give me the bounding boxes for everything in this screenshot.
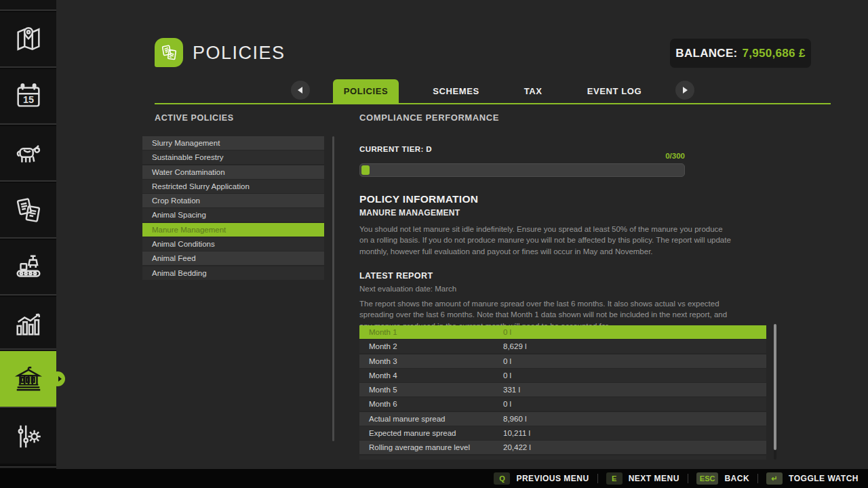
balance-value: 7,950,686 £	[743, 47, 806, 60]
tab-event-log[interactable]: EVENT LOG	[576, 79, 653, 103]
tab-previous-arrow-button[interactable]	[291, 81, 310, 100]
report-table-row[interactable]: Month 40 l	[359, 369, 766, 382]
report-table-row[interactable]: Expected manure spread10,211 l	[359, 426, 766, 440]
report-row-value: 10,211 l	[503, 429, 530, 437]
compliance-progress-fill	[361, 165, 370, 175]
report-table-scrollbar[interactable]	[774, 324, 776, 460]
compliance-progress-bar	[359, 163, 685, 177]
help-toggle-watch[interactable]: ↵TOGGLE WATCH	[766, 472, 859, 485]
bank-icon	[13, 363, 44, 394]
compliance-score: 0/300	[359, 152, 685, 160]
active-policies-header: ACTIVE POLICIES	[155, 113, 234, 123]
sidebar-divider	[0, 466, 56, 468]
policy-list-item[interactable]: Crop Rotation	[142, 194, 324, 207]
key-badge-e: E	[606, 472, 623, 485]
sidebar-item-statistics[interactable]	[0, 297, 56, 351]
sidebar-item-map[interactable]	[0, 12, 56, 66]
key-badge-esc: ESC	[696, 472, 719, 485]
report-table: Month 10 lMonth 28,629 lMonth 30 lMonth …	[359, 325, 766, 460]
latest-report-header: LATEST REPORT	[359, 271, 433, 281]
report-row-label: Month 1	[359, 328, 503, 336]
report-row-value: 0 l	[503, 371, 511, 380]
compliance-performance-header: COMPLIANCE PERFORMANCE	[359, 113, 499, 123]
balance-label: BALANCE:	[675, 47, 737, 60]
policies-header-icon	[155, 38, 183, 67]
help-bar-divider	[757, 474, 758, 483]
help-label: BACK	[724, 474, 749, 483]
policy-list-item[interactable]: Animal Feed	[142, 251, 324, 265]
tab-bar: POLICIESSCHEMESTAXEVENT LOG	[155, 77, 831, 103]
policy-list-item-selected[interactable]: Manure Management	[142, 223, 324, 237]
tab-underline	[155, 103, 831, 104]
settings-icon	[13, 421, 44, 452]
report-row-value: 0 l	[503, 400, 511, 408]
help-back[interactable]: ESCBACK	[696, 472, 749, 485]
help-label: TOGGLE WATCH	[789, 474, 859, 483]
tab-policies[interactable]: POLICIES	[333, 79, 399, 103]
help-label: NEXT MENU	[629, 474, 679, 483]
calendar-icon: 15	[13, 81, 44, 112]
arrow-right-icon	[683, 87, 688, 94]
animals-icon	[13, 138, 44, 169]
sidebar-item-calendar[interactable]: 15	[0, 69, 56, 123]
report-table-row-clipped[interactable]	[359, 455, 766, 460]
policy-name-subheader: MANURE MANAGEMENT	[359, 208, 460, 218]
tab-next-arrow-button[interactable]	[675, 81, 694, 100]
sidebar-item-partial	[0, 0, 56, 9]
tab-tax[interactable]: TAX	[513, 79, 553, 103]
policy-list-item[interactable]: Slurry Management	[142, 136, 324, 150]
tab-schemes[interactable]: SCHEMES	[422, 79, 490, 103]
report-table-row-selected[interactable]: Month 10 l	[359, 325, 766, 339]
report-row-value: 20,422 l	[503, 443, 531, 451]
policy-list-scrollbar[interactable]	[332, 136, 334, 441]
policy-list-item[interactable]: Animal Conditions	[142, 237, 324, 251]
sidebar-divider	[0, 348, 56, 350]
policy-list-item[interactable]: Animal Spacing	[142, 208, 324, 222]
statistics-icon	[13, 308, 44, 340]
sidebar-divider	[0, 123, 56, 125]
next-evaluation-date: Next evaluation date: March	[359, 285, 456, 293]
report-row-label: Month 6	[359, 400, 503, 408]
page-title: POLICIES	[193, 43, 285, 64]
key-badge-q: Q	[494, 472, 510, 485]
report-table-row[interactable]: Month 60 l	[359, 397, 766, 411]
policy-list-item[interactable]: Water Contamination	[142, 165, 324, 179]
policy-list-item[interactable]: Animal Bedding	[142, 266, 324, 280]
policy-description: You should not let manure sit idle indef…	[359, 224, 731, 257]
help-previous-menu[interactable]: QPREVIOUS MENU	[494, 472, 589, 485]
report-table-row[interactable]: Rolling average manure level20,422 l	[359, 441, 766, 454]
sidebar-menu: 15	[0, 0, 56, 488]
report-row-value: 0 l	[503, 357, 511, 365]
sidebar-item-bank[interactable]	[0, 351, 56, 407]
input-help-bar: QPREVIOUS MENUENEXT MENUESCBACK↵TOGGLE W…	[0, 469, 868, 488]
report-row-value: 8,629 l	[503, 342, 527, 350]
sidebar-divider	[0, 237, 56, 239]
report-table-row[interactable]: Actual manure spread8,960 l	[359, 412, 766, 426]
map-icon	[13, 24, 44, 55]
sidebar-divider	[0, 180, 56, 182]
report-table-row[interactable]: Month 5331 l	[359, 383, 766, 396]
help-bar-divider	[688, 474, 688, 483]
policies-screen: 15 POLICIES BALANCE: 7,950,686 £ POLICIE…	[0, 0, 868, 488]
report-row-label: Month 3	[359, 357, 503, 365]
sidebar-item-animals[interactable]	[0, 126, 56, 180]
active-policies-list: Slurry ManagementSustainable ForestryWat…	[142, 136, 324, 281]
policy-list-item[interactable]: Sustainable Forestry	[142, 150, 324, 164]
help-next-menu[interactable]: ENEXT MENU	[606, 472, 679, 485]
key-badge-enter: ↵	[766, 472, 783, 485]
report-row-value: 0 l	[503, 328, 511, 336]
sidebar-item-production[interactable]	[0, 240, 56, 294]
active-item-pointer	[50, 371, 65, 386]
sidebar-item-settings[interactable]	[0, 409, 56, 464]
svg-text:15: 15	[23, 94, 34, 105]
finances-icon	[13, 195, 44, 226]
documents-icon	[160, 43, 178, 62]
policy-list-item[interactable]: Restricted Slurry Application	[142, 180, 324, 193]
balance-display: BALANCE: 7,950,686 £	[670, 39, 811, 68]
report-row-label: Month 2	[359, 342, 503, 350]
policy-information-header: POLICY INFORMATION	[359, 193, 478, 205]
report-table-scrollbar-thumb[interactable]	[774, 324, 776, 450]
report-table-row[interactable]: Month 30 l	[359, 354, 766, 368]
report-table-row[interactable]: Month 28,629 l	[359, 340, 766, 353]
sidebar-item-finances[interactable]	[0, 183, 56, 237]
